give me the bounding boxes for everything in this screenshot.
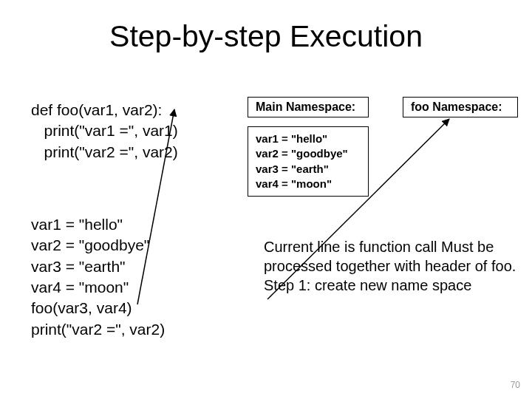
annotation-text: Current line is function call Must be pr… [264, 237, 519, 295]
slide-number: 70 [511, 380, 520, 390]
main-namespace-label: Main Namespace: [256, 100, 355, 113]
code-block-function-def: def foo(var1, var2): print("var1 =", var… [31, 100, 178, 163]
foo-namespace-label: foo Namespace: [411, 100, 502, 113]
code-block-main: var1 = "hello" var2 = "goodbye" var3 = "… [31, 214, 165, 340]
foo-namespace-label-box: foo Namespace: [403, 97, 518, 117]
main-namespace-label-box: Main Namespace: [248, 97, 369, 117]
slide-title: Step-by-step Execution [0, 19, 532, 54]
main-namespace-vars-box: var1 = "hello" var2 = "goodbye" var3 = "… [248, 126, 369, 197]
